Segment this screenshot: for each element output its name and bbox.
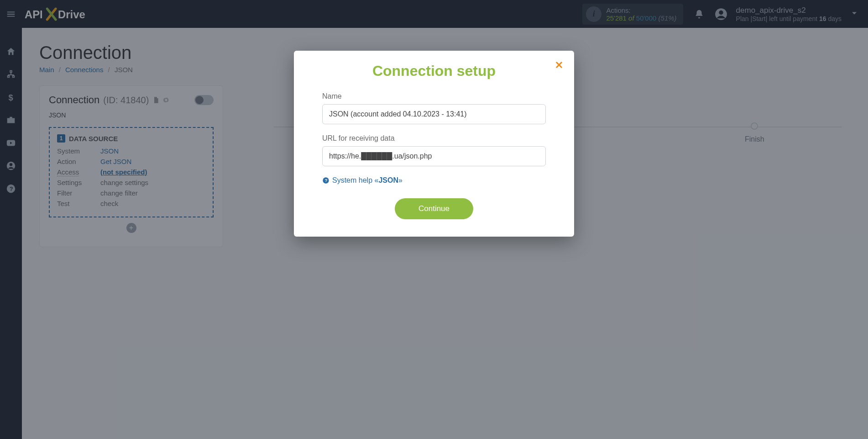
connection-setup-modal: Connection setup Name URL for receiving …	[294, 51, 574, 237]
url-input[interactable]	[322, 146, 546, 166]
close-icon[interactable]	[555, 61, 563, 70]
system-help-link[interactable]: ? System help «JSON»	[322, 176, 546, 185]
modal-title: Connection setup	[322, 63, 546, 79]
svg-text:?: ?	[325, 178, 328, 183]
name-label: Name	[322, 92, 546, 100]
url-label: URL for receiving data	[322, 134, 546, 143]
continue-button[interactable]: Continue	[395, 198, 473, 219]
name-input[interactable]	[322, 104, 546, 124]
